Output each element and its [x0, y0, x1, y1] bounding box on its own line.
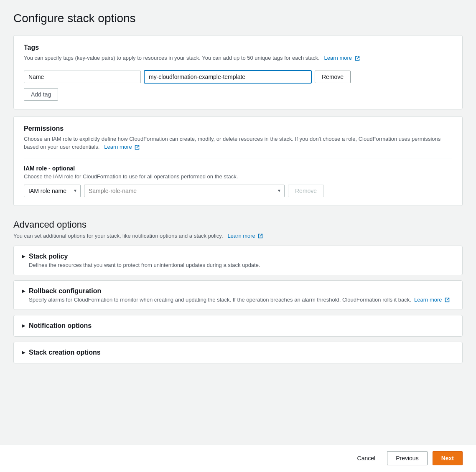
- notification-arrow-icon: ▶: [22, 323, 25, 328]
- stack-policy-header-inner: Stack policy Defines the resources that …: [29, 253, 454, 268]
- advanced-learn-more-link[interactable]: Learn more: [226, 233, 263, 239]
- page-title: Configure stack options: [13, 12, 463, 25]
- stack-policy-header[interactable]: ▶ Stack policy Defines the resources tha…: [14, 246, 462, 275]
- rollback-config-header-inner: Rollback configuration Specify alarms fo…: [29, 287, 454, 303]
- stack-creation-options-header-inner: Stack creation options: [29, 349, 454, 356]
- rollback-config-desc: Specify alarms for CloudFormation to mon…: [29, 297, 454, 303]
- rollback-config-card: ▶ Rollback configuration Specify alarms …: [13, 280, 463, 310]
- iam-role-select-wrapper: IAM role name ▼: [24, 185, 81, 197]
- iam-remove-button[interactable]: Remove: [288, 185, 324, 197]
- iam-role-row: IAM role name ▼ ▼ Remove: [24, 185, 452, 197]
- permissions-title: Permissions: [24, 125, 452, 132]
- tags-card: Tags You can specify tags (key-value pai…: [13, 35, 463, 109]
- stack-creation-arrow-icon: ▶: [22, 350, 25, 355]
- external-link-icon-2: [135, 145, 140, 150]
- notification-options-header[interactable]: ▶ Notification options: [14, 315, 462, 336]
- cancel-button[interactable]: Cancel: [351, 452, 382, 465]
- stack-policy-arrow-icon: ▶: [22, 254, 25, 259]
- external-link-icon: [355, 56, 360, 61]
- role-input-wrapper: ▼: [84, 185, 285, 197]
- notification-options-card: ▶ Notification options: [13, 315, 463, 337]
- rollback-config-header[interactable]: ▶ Rollback configuration Specify alarms …: [14, 281, 462, 310]
- tag-remove-button[interactable]: Remove: [315, 71, 351, 83]
- permissions-description: Choose an IAM role to explicitly define …: [24, 135, 452, 151]
- tags-description: You can specify tags (key-value pairs) t…: [24, 54, 452, 62]
- stack-policy-card: ▶ Stack policy Defines the resources tha…: [13, 246, 463, 275]
- tag-value-input[interactable]: [144, 71, 311, 83]
- stack-policy-desc: Defines the resources that you want to p…: [29, 262, 454, 268]
- advanced-options-desc: You can set additional options for your …: [13, 233, 463, 239]
- rollback-config-title: Rollback configuration: [29, 287, 454, 295]
- external-link-icon-3: [258, 233, 263, 239]
- stack-policy-title: Stack policy: [29, 253, 454, 260]
- tags-title: Tags: [24, 44, 452, 51]
- tag-row: Remove: [24, 71, 452, 83]
- role-name-input[interactable]: [84, 185, 285, 197]
- tag-name-input[interactable]: [24, 71, 141, 83]
- previous-button[interactable]: Previous: [387, 451, 427, 465]
- external-link-icon-4: [445, 297, 450, 302]
- stack-creation-options-header[interactable]: ▶ Stack creation options: [14, 342, 462, 363]
- tags-learn-more-link[interactable]: Learn more: [323, 55, 360, 61]
- next-button[interactable]: Next: [433, 451, 463, 465]
- permissions-card: Permissions Choose an IAM role to explic…: [13, 116, 463, 206]
- notification-options-title: Notification options: [29, 322, 454, 330]
- iam-role-desc: Choose the IAM role for CloudFormation t…: [24, 173, 452, 180]
- footer-bar: Cancel Previous Next: [0, 444, 476, 472]
- rollback-arrow-icon: ▶: [22, 289, 25, 293]
- notification-options-header-inner: Notification options: [29, 322, 454, 330]
- add-tag-button[interactable]: Add tag: [24, 88, 58, 101]
- stack-creation-options-card: ▶ Stack creation options: [13, 342, 463, 363]
- advanced-options-section: Advanced options You can set additional …: [13, 219, 463, 239]
- advanced-options-title: Advanced options: [13, 219, 463, 230]
- stack-creation-options-title: Stack creation options: [29, 349, 454, 356]
- iam-role-select[interactable]: IAM role name: [24, 185, 81, 197]
- permissions-learn-more-link[interactable]: Learn more: [103, 144, 140, 150]
- iam-role-title: IAM role - optional: [24, 165, 452, 172]
- rollback-learn-more-link[interactable]: Learn more: [414, 297, 450, 303]
